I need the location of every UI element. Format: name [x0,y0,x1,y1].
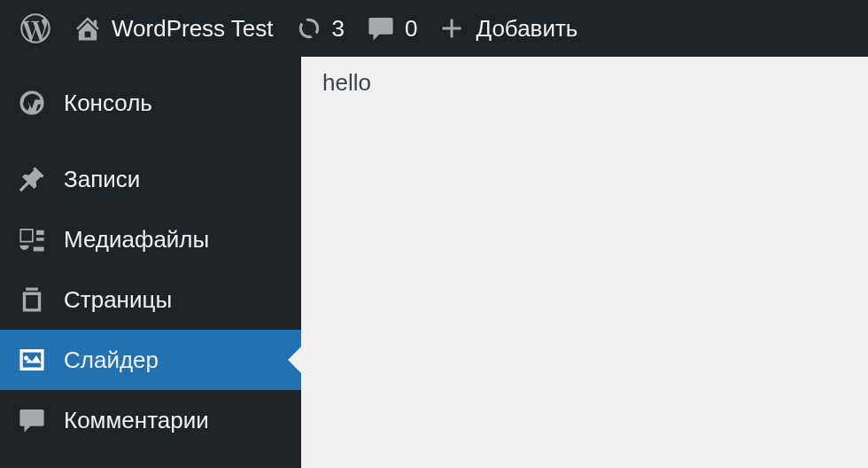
menu-separator [0,133,301,149]
comment-icon [16,404,48,436]
home-icon [73,13,103,43]
pin-icon [16,163,48,195]
media-icon [16,223,48,255]
plus-icon [438,15,465,42]
admin-bar: WordPress Test 3 0 Добавить [0,0,868,57]
refresh-icon [295,14,323,43]
add-new-label: Добавить [476,15,577,43]
wordpress-logo[interactable] [9,0,62,57]
comments-button[interactable]: 0 [355,0,428,57]
site-name: WordPress Test [112,15,274,43]
admin-sidebar: Консоль Записи Медиафайлы Страницы [0,57,301,468]
comments-count: 0 [405,15,417,43]
main-area: Консоль Записи Медиафайлы Страницы [0,57,868,468]
sidebar-item-posts[interactable]: Записи [0,149,301,209]
sidebar-item-label: Комментарии [64,407,209,434]
pages-icon [16,284,48,316]
sidebar-item-slider[interactable]: Слайдер [0,330,301,390]
site-home-link[interactable]: WordPress Test [62,0,284,57]
dashboard-icon [16,87,48,119]
sidebar-item-label: Слайдер [64,347,159,374]
updates-count: 3 [332,15,345,43]
sidebar-item-label: Медиафайлы [64,226,209,254]
comment-icon [366,13,396,43]
updates-button[interactable]: 3 [284,0,355,57]
content-area: hello [301,57,868,468]
add-new-button[interactable]: Добавить [428,0,588,57]
sidebar-item-dashboard[interactable]: Консоль [0,73,301,133]
sidebar-item-label: Записи [64,166,140,193]
page-content-text: hello [322,69,371,96]
sidebar-item-comments[interactable]: Комментарии [0,390,301,450]
wordpress-icon [19,12,51,44]
sidebar-item-media[interactable]: Медиафайлы [0,209,301,269]
sidebar-item-label: Консоль [64,90,152,117]
sidebar-item-label: Страницы [64,286,172,314]
image-icon [16,344,48,376]
sidebar-item-pages[interactable]: Страницы [0,269,301,330]
